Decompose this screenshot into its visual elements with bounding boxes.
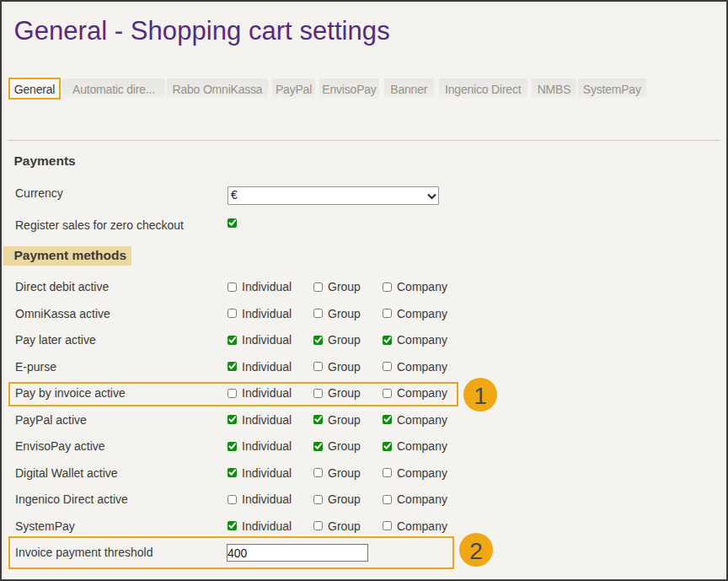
checkbox-label-pay-later-active-individual: Individual: [242, 334, 292, 346]
checkbox-paypal-active-company[interactable]: [383, 415, 392, 424]
checkbox-label-digital-wallet-active-individual: Individual: [242, 467, 292, 479]
checkbox-label-pay-later-active-group: Group: [328, 334, 361, 346]
checkbox-label-direct-debit-active-group: Group: [328, 281, 361, 293]
checkbox-label-e-purse-company: Company: [397, 361, 447, 373]
checkbox-systempay-company[interactable]: [383, 521, 392, 530]
tab-banner[interactable]: Banner: [384, 78, 435, 99]
check-icon: [313, 415, 323, 424]
currency-select-value: €: [231, 188, 238, 202]
check-icon: [228, 415, 237, 424]
method-label-envisopay-active: EnvisoPay active: [15, 440, 105, 452]
checkbox-e-purse-individual[interactable]: [228, 362, 237, 371]
checkbox-paypal-active-individual[interactable]: [228, 415, 237, 424]
checkbox-omnikassa-active-company[interactable]: [383, 309, 392, 318]
checkbox-label-paypal-active-company: Company: [397, 414, 447, 426]
annotation-box-1: [8, 382, 458, 407]
checkbox-label-ingenico-direct-active-group: Group: [328, 493, 361, 505]
shopping-cart-settings-page: General - Shopping cart settings General…: [0, 0, 728, 581]
checkbox-envisopay-active-individual[interactable]: [228, 442, 237, 451]
annotation-step-2: 2: [459, 533, 493, 567]
checkbox-systempay-group[interactable]: [313, 521, 323, 530]
method-label-e-purse: E-purse: [15, 361, 56, 373]
register-zero-checkout-label: Register sales for zero checkout: [15, 219, 184, 231]
tab-envisopay[interactable]: EnvisoPay: [319, 78, 379, 99]
checkbox-digital-wallet-active-company[interactable]: [383, 468, 392, 477]
checkbox-envisopay-active-company[interactable]: [383, 442, 392, 451]
currency-select[interactable]: €: [228, 186, 439, 205]
currency-label: Currency: [15, 187, 63, 199]
check-icon: [228, 218, 237, 228]
checkbox-label-envisopay-active-group: Group: [328, 440, 361, 452]
checkbox-label-paypal-active-group: Group: [328, 414, 361, 426]
method-label-digital-wallet-active: Digital Wallet active: [15, 467, 118, 479]
check-icon: [383, 415, 392, 424]
checkbox-pay-later-active-company[interactable]: [383, 336, 392, 345]
tab-bar: GeneralAutomatic dire...Rabo OmniKassaPa…: [2, 78, 726, 100]
checkbox-ingenico-direct-active-group[interactable]: [313, 495, 323, 504]
checkbox-label-ingenico-direct-active-individual: Individual: [242, 493, 292, 505]
checkbox-label-e-purse-individual: Individual: [242, 361, 292, 373]
section-divider: [8, 140, 720, 141]
method-label-direct-debit-active: Direct debit active: [15, 281, 109, 293]
checkbox-e-purse-group[interactable]: [313, 362, 323, 371]
checkbox-label-paypal-active-individual: Individual: [242, 414, 292, 426]
checkbox-pay-later-active-individual[interactable]: [228, 336, 237, 345]
page-title: General - Shopping cart settings: [14, 18, 390, 44]
method-label-systempay: SystemPay: [15, 520, 75, 532]
checkbox-label-direct-debit-active-company: Company: [397, 281, 447, 293]
tab-rabo-omnikassa[interactable]: Rabo OmniKassa: [167, 78, 268, 99]
checkbox-label-direct-debit-active-individual: Individual: [242, 281, 292, 293]
tab-paypal[interactable]: PayPal: [272, 78, 315, 99]
check-icon: [383, 442, 392, 451]
check-icon: [228, 442, 237, 451]
annotation-box-2: [8, 536, 455, 569]
checkbox-label-systempay-individual: Individual: [242, 520, 292, 532]
check-icon: [228, 336, 237, 345]
check-icon: [383, 336, 392, 345]
tab-ingenico-direct[interactable]: Ingenico Direct: [439, 78, 527, 99]
checkbox-ingenico-direct-active-company[interactable]: [383, 495, 392, 504]
tab-systempay[interactable]: SystemPay: [578, 78, 646, 99]
check-icon: [228, 521, 237, 530]
checkbox-omnikassa-active-group[interactable]: [313, 309, 323, 318]
check-icon: [228, 468, 237, 477]
checkbox-ingenico-direct-active-individual[interactable]: [228, 495, 237, 504]
checkbox-systempay-individual[interactable]: [228, 521, 237, 530]
chevron-down-glyph: [427, 192, 436, 200]
payments-heading: Payments: [14, 154, 76, 167]
checkbox-e-purse-company[interactable]: [383, 362, 392, 371]
checkbox-direct-debit-active-individual[interactable]: [228, 282, 237, 292]
checkbox-digital-wallet-active-group[interactable]: [313, 468, 323, 477]
checkbox-label-omnikassa-active-individual: Individual: [242, 308, 292, 320]
checkbox-label-digital-wallet-active-company: Company: [397, 467, 447, 479]
checkbox-label-omnikassa-active-company: Company: [397, 308, 447, 320]
method-label-ingenico-direct-active: Ingenico Direct active: [15, 493, 128, 505]
checkbox-label-systempay-group: Group: [328, 520, 361, 532]
checkbox-label-pay-later-active-company: Company: [397, 334, 447, 346]
check-icon: [228, 362, 237, 371]
checkbox-omnikassa-active-individual[interactable]: [228, 309, 237, 318]
chevron-down-icon: [427, 192, 436, 200]
checkbox-label-envisopay-active-individual: Individual: [242, 440, 292, 452]
checkbox-digital-wallet-active-individual[interactable]: [228, 468, 237, 477]
method-label-paypal-active: PayPal active: [15, 414, 87, 426]
checkbox-direct-debit-active-group[interactable]: [313, 282, 323, 292]
check-icon: [313, 442, 323, 451]
method-label-pay-later-active: Pay later active: [15, 334, 96, 346]
checkbox-label-digital-wallet-active-group: Group: [328, 467, 361, 479]
checkbox-pay-later-active-group[interactable]: [313, 336, 323, 345]
checkbox-envisopay-active-group[interactable]: [313, 442, 323, 451]
checkbox-label-e-purse-group: Group: [328, 361, 361, 373]
checkbox-label-systempay-company: Company: [397, 520, 447, 532]
tab-automatic-dire[interactable]: Automatic dire...: [62, 78, 165, 99]
register-zero-checkout-checkbox[interactable]: [228, 218, 237, 228]
method-label-omnikassa-active: OmniKassa active: [15, 308, 110, 320]
tab-nmbs[interactable]: NMBS: [532, 78, 576, 99]
checkbox-label-envisopay-active-company: Company: [397, 440, 447, 452]
checkbox-label-omnikassa-active-group: Group: [328, 308, 361, 320]
annotation-step-1: 1: [463, 378, 497, 412]
checkbox-direct-debit-active-company[interactable]: [383, 282, 392, 292]
checkbox-paypal-active-group[interactable]: [313, 415, 323, 424]
tab-general[interactable]: General: [8, 78, 61, 100]
payment-methods-heading: Payment methods: [3, 246, 131, 266]
